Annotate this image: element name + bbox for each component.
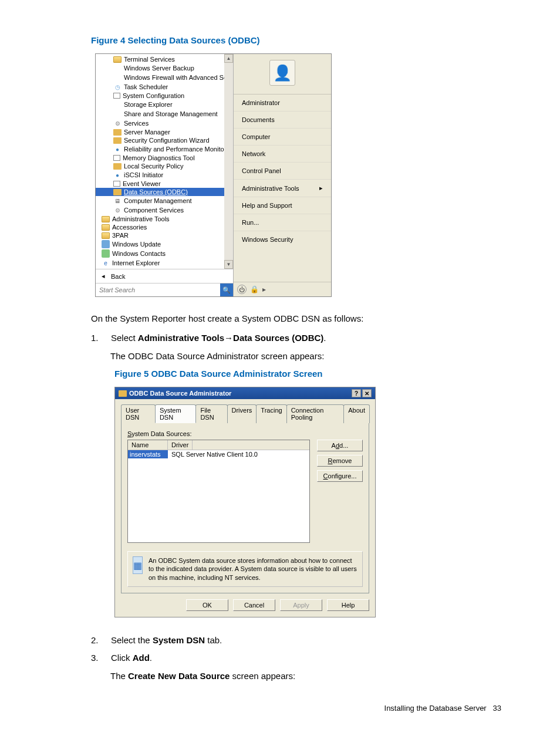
scroll-down-arrow[interactable]: ▼ — [224, 260, 233, 269]
menu-item[interactable]: eInternet Explorer — [96, 258, 233, 268]
info-text: An ODBC System data source stores inform… — [149, 556, 357, 582]
sidebar-item-administrator[interactable]: Administrator — [234, 94, 331, 112]
menu-item[interactable]: Terminal Services — [96, 55, 233, 63]
dialog-title: ODBC Data Source Administrator — [129, 390, 231, 397]
i-mem-icon — [113, 155, 120, 161]
menu-item[interactable]: Share and Storage Management — [96, 109, 233, 119]
right-panel-item[interactable]: Windows Security — [234, 231, 331, 248]
step3-bold: Add — [133, 653, 150, 663]
right-panel-item[interactable]: Documents — [234, 112, 331, 129]
panel-label: System Data Sources: — [127, 430, 363, 437]
menu-item[interactable]: Local Security Policy — [96, 162, 233, 170]
search-icon[interactable]: 🔍 — [220, 283, 233, 296]
menu-item-label: Computer Management — [124, 197, 192, 204]
step-num: 1. — [91, 332, 99, 345]
menu-item[interactable]: ⚙Component Services — [96, 205, 233, 215]
step3-sub-prefix: The — [110, 671, 128, 681]
step3-sub-bold: Create New Data Source — [128, 671, 230, 681]
back-button[interactable]: ◂ Back — [96, 269, 233, 283]
tab-user-dsn[interactable]: User DSN — [121, 404, 156, 423]
menu-item[interactable]: ◷Task Scheduler — [96, 82, 233, 92]
menu-item[interactable]: 3PAR — [96, 231, 233, 239]
i-admin-icon — [113, 189, 122, 195]
right-panel-item[interactable]: Run... — [234, 214, 331, 231]
menu-item-label: Task Scheduler — [124, 83, 168, 90]
col-driver: Driver — [168, 440, 193, 450]
i-sys-icon — [113, 93, 120, 99]
menu-item-label: Services — [124, 120, 149, 127]
right-panel-item[interactable]: Network — [234, 146, 331, 163]
help-button[interactable]: Help — [327, 599, 369, 611]
i-gear-icon: ⚙ — [113, 206, 122, 214]
step-3: 3. Click Add. — [91, 652, 501, 665]
info-panel: ▦ An ODBC System data source stores info… — [127, 551, 363, 587]
right-panel-item[interactable]: Control Panel — [234, 163, 331, 180]
menu-item[interactable]: Security Configuration Wizard — [96, 136, 233, 144]
apply-button[interactable]: Apply — [280, 599, 322, 611]
menu-item-label: Data Sources (ODBC) — [124, 188, 188, 195]
close-icon[interactable]: ✕ — [362, 389, 372, 397]
menu-item[interactable]: Data Sources (ODBC) — [96, 188, 233, 196]
menu-item-label: Storage Explorer — [124, 101, 173, 108]
figure5-caption: Figure 5 ODBC Data Source Administrator … — [114, 369, 501, 379]
right-item-label: Documents — [242, 116, 275, 123]
menu-item[interactable]: ●iSCSI Initiator — [96, 170, 233, 180]
menu-item[interactable]: ●Reliability and Performance Monitor — [96, 144, 233, 154]
right-panel-item[interactable]: Administrative Tools▸ — [234, 180, 331, 197]
cancel-button[interactable]: Cancel — [233, 599, 275, 611]
step-num: 3. — [91, 652, 99, 665]
i-admin-icon — [113, 129, 122, 136]
menu-item[interactable]: 🖥Computer Management — [96, 196, 233, 205]
step1-suffix: . — [323, 333, 326, 343]
lock-icon[interactable]: 🔒 — [250, 285, 259, 293]
power-icon[interactable]: ⏻ — [237, 285, 247, 294]
step3-sub-suffix: screen appears: — [230, 671, 295, 681]
tab-about[interactable]: About — [343, 404, 370, 423]
step1-prefix: Select — [111, 333, 138, 343]
step2-prefix: Select the — [111, 635, 153, 645]
menu-item-label: System Configuration — [123, 92, 184, 99]
tab-system-dsn[interactable]: System DSN — [155, 404, 197, 423]
i-gear-icon: ⚙ — [113, 119, 122, 127]
tab-connection-pooling[interactable]: Connection Pooling — [286, 404, 345, 423]
submenu-arrow-icon: ▸ — [319, 184, 323, 192]
scroll-up-arrow[interactable]: ▲ — [224, 54, 233, 63]
menu-item[interactable]: Accessories — [96, 223, 233, 231]
start-search-input[interactable] — [96, 284, 220, 296]
menu-item[interactable]: Memory Diagnostics Tool — [96, 154, 233, 162]
right-panel-item[interactable]: Help and Support — [234, 197, 331, 214]
menu-item[interactable]: Event Viewer — [96, 180, 233, 188]
right-item-label: Network — [242, 150, 265, 157]
remove-button[interactable]: Remove — [317, 455, 363, 467]
menu-item[interactable]: Server Manager — [96, 128, 233, 136]
menu-item[interactable]: Windows Server Backup — [96, 63, 233, 73]
right-panel-item[interactable]: Computer — [234, 129, 331, 146]
tray-arrow-icon[interactable]: ▸ — [262, 285, 266, 293]
tab-drivers[interactable]: Drivers — [227, 404, 257, 423]
menu-item[interactable]: Storage Explorer — [96, 100, 233, 109]
ok-button[interactable]: OK — [186, 599, 228, 611]
configure-button[interactable]: Configure... — [317, 470, 363, 482]
menu-item-label: Administrative Tools — [112, 215, 170, 222]
tab-tracing[interactable]: Tracing — [256, 404, 286, 423]
table-row[interactable]: inservstats SQL Server Native Client 10.… — [128, 450, 309, 458]
scrollbar[interactable]: ▲ ▼ — [224, 54, 233, 269]
menu-item[interactable]: Windows Firewall with Advanced Securit — [96, 73, 233, 82]
menu-item[interactable]: Administrative Tools — [96, 215, 233, 223]
tab-file-dsn[interactable]: File DSN — [195, 404, 227, 423]
i-storage-icon — [113, 100, 122, 109]
i-mem-icon — [113, 181, 120, 187]
help-icon[interactable]: ? — [352, 389, 361, 397]
dsn-table[interactable]: Name Driver inservstats SQL Server Nativ… — [127, 440, 310, 543]
menu-item[interactable]: ⚙Services — [96, 119, 233, 128]
menu-item[interactable]: Windows Update — [96, 239, 233, 249]
menu-item-label: Server Manager — [124, 129, 170, 136]
system-dsn-panel: System Data Sources: Name Driver inservs… — [121, 423, 369, 593]
add-button[interactable]: Add... — [317, 440, 363, 451]
info-icon: ▦ — [133, 556, 143, 574]
menu-item[interactable]: System Configuration — [96, 92, 233, 100]
menu-item[interactable]: Windows Contacts — [96, 249, 233, 258]
menu-item-label: Event Viewer — [123, 180, 161, 187]
step1-bold2: Data Sources (ODBC) — [233, 333, 323, 343]
step-num: 2. — [91, 634, 99, 647]
